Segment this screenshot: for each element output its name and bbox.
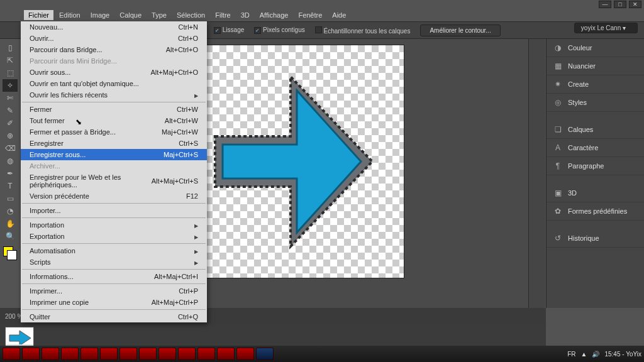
tool-12[interactable]: ▭ bbox=[3, 192, 18, 205]
panel-icon: ✷ bbox=[553, 79, 563, 89]
window-maximize[interactable]: □ bbox=[614, 1, 626, 8]
menu-affichage[interactable]: Affichage bbox=[255, 10, 293, 20]
menu-item-imprimer-une-copie[interactable]: Imprimer une copieAlt+Maj+Ctrl+P bbox=[21, 297, 207, 308]
menu-item-fermer[interactable]: FermerCtrl+W bbox=[21, 104, 207, 115]
tray-time[interactable]: 15:45 - YoYix bbox=[604, 351, 641, 358]
task-1[interactable] bbox=[22, 348, 40, 360]
menu-item-fermer-et-passer-bridge[interactable]: Fermer et passer à Bridge...Maj+Ctrl+W bbox=[21, 126, 207, 138]
right-panels: ◑Couleur▦Nuancier✷Create◎Styles❏CalquesA… bbox=[546, 39, 644, 308]
tool-6[interactable]: ✐ bbox=[3, 117, 18, 129]
menu-item-parcourir-dans-bridge[interactable]: Parcourir dans Bridge...Alt+Ctrl+O bbox=[21, 44, 207, 55]
menu-sélection[interactable]: Sélection bbox=[172, 10, 209, 20]
tool-13[interactable]: ◔ bbox=[3, 205, 18, 217]
task-photoshop[interactable] bbox=[256, 348, 274, 360]
menu-item-ouvrir[interactable]: Ouvrir...Ctrl+O bbox=[21, 33, 207, 44]
menu-item-ouvrir-en-tant-qu-objet-dynamique[interactable]: Ouvrir en tant qu'objet dynamique... bbox=[21, 78, 207, 89]
menu-item-ouvrir-les-fichiers-r-cents[interactable]: Ouvrir les fichiers récents bbox=[21, 89, 207, 101]
menu-item-version-pr-c-dente[interactable]: Version précédenteF12 bbox=[21, 190, 207, 202]
menu-item-enregistrer-sous[interactable]: Enregistrer sous...Maj+Ctrl+S bbox=[21, 149, 207, 160]
panel-caractère[interactable]: ACaractère bbox=[547, 139, 644, 157]
panel-paragraphe[interactable]: ¶Paragraphe bbox=[547, 157, 644, 175]
task-5[interactable] bbox=[100, 348, 118, 360]
tool-1[interactable]: ⇱ bbox=[3, 54, 18, 67]
panel-icon: A bbox=[553, 143, 563, 153]
panel-icon: ✿ bbox=[553, 206, 563, 216]
menu-calque[interactable]: Calque bbox=[115, 10, 146, 20]
menu-3d[interactable]: 3D bbox=[236, 10, 254, 20]
panel-nuancier[interactable]: ▦Nuancier bbox=[547, 57, 644, 75]
menu-item-scripts[interactable]: Scripts bbox=[21, 256, 207, 268]
menu-bar: FichierEditionImageCalqueTypeSélectionFi… bbox=[0, 9, 644, 21]
tool-5[interactable]: ✎ bbox=[3, 104, 18, 117]
menu-filtre[interactable]: Filtre bbox=[211, 10, 235, 20]
opt-echant[interactable]: Échantillonner tous les calques bbox=[315, 26, 411, 35]
tool-0[interactable]: ▯ bbox=[3, 41, 18, 54]
panel-create[interactable]: ✷Create bbox=[547, 75, 644, 94]
menu-fichier[interactable]: Fichier bbox=[24, 10, 53, 20]
opt-lissage[interactable]: ✓ Lissage bbox=[214, 26, 244, 34]
workspace-switcher[interactable]: yoyix Le Cann ▾ bbox=[574, 23, 638, 33]
panel-icon: ❏ bbox=[553, 124, 563, 134]
menu-item-enregistrer-pour-le-web-et-les-p-riph-riques[interactable]: Enregistrer pour le Web et les périphéri… bbox=[21, 172, 207, 190]
tray-lang[interactable]: FR bbox=[567, 351, 575, 358]
menu-type[interactable]: Type bbox=[147, 10, 171, 20]
panel-couleur[interactable]: ◑Couleur bbox=[547, 39, 644, 57]
tool-15[interactable]: 🔍 bbox=[3, 230, 18, 243]
menu-item-quitter[interactable]: QuitterCtrl+Q bbox=[21, 311, 207, 322]
menu-item-exportation[interactable]: Exportation bbox=[21, 231, 207, 242]
menu-item-archiver: Archiver... bbox=[21, 160, 207, 172]
tool-11[interactable]: T bbox=[3, 180, 18, 192]
tool-3[interactable]: ✧ bbox=[3, 79, 18, 92]
menu-item-tout-fermer[interactable]: Tout fermerAlt+Ctrl+W bbox=[21, 115, 207, 126]
window-minimize[interactable]: — bbox=[599, 1, 611, 8]
tool-2[interactable]: ⬚ bbox=[3, 67, 18, 79]
menu-item-nouveau[interactable]: Nouveau...Ctrl+N bbox=[21, 21, 207, 33]
tool-4[interactable]: ✄ bbox=[3, 92, 18, 104]
menu-item-importation[interactable]: Importation bbox=[21, 219, 207, 231]
tool-10[interactable]: ✒ bbox=[3, 167, 18, 180]
menu-fenêtre[interactable]: Fenêtre bbox=[294, 10, 326, 20]
menu-item-informations[interactable]: Informations...Alt+Maj+Ctrl+I bbox=[21, 271, 207, 282]
task-7[interactable] bbox=[139, 348, 157, 360]
tray-flag-icon[interactable]: ▲ bbox=[581, 351, 587, 358]
menu-item-enregistrer[interactable]: EnregistrerCtrl+S bbox=[21, 138, 207, 149]
panel-formes-prédéfinies[interactable]: ✿Formes prédéfinies bbox=[547, 202, 644, 221]
menu-aide[interactable]: Aide bbox=[328, 10, 350, 20]
menu-item-automatisation[interactable]: Automatisation bbox=[21, 245, 207, 256]
tool-8[interactable]: ⌫ bbox=[3, 142, 18, 155]
panel-icon: ◎ bbox=[553, 97, 563, 107]
panel-icon: ↺ bbox=[553, 233, 563, 243]
menu-item-parcourir-dans-mini-bridge: Parcourir dans Mini Bridge... bbox=[21, 55, 207, 67]
start-button[interactable] bbox=[3, 348, 20, 360]
task-9[interactable] bbox=[178, 348, 196, 360]
panel-historique[interactable]: ↺Historique bbox=[547, 229, 644, 248]
menu-item-imprimer[interactable]: Imprimer...Ctrl+P bbox=[21, 285, 207, 297]
opt-contigus[interactable]: ✓ Pixels contigus bbox=[254, 26, 304, 34]
window-close[interactable]: ✕ bbox=[629, 1, 641, 8]
panel-3d[interactable]: ▣3D bbox=[547, 184, 644, 202]
tray-volume-icon[interactable]: 🔊 bbox=[592, 351, 599, 358]
task-3[interactable] bbox=[61, 348, 79, 360]
menu-item-ouvrir-sous[interactable]: Ouvrir sous...Alt+Maj+Ctrl+O bbox=[21, 67, 207, 78]
panel-calques[interactable]: ❏Calques bbox=[547, 121, 644, 139]
color-swatches[interactable] bbox=[3, 246, 17, 260]
task-8[interactable] bbox=[158, 348, 176, 360]
panel-icon: ¶ bbox=[553, 161, 563, 171]
task-12[interactable] bbox=[236, 348, 254, 360]
file-menu-dropdown: Nouveau...Ctrl+NOuvrir...Ctrl+OParcourir… bbox=[21, 21, 207, 322]
tool-7[interactable]: ⊕ bbox=[3, 129, 18, 142]
menu-image[interactable]: Image bbox=[86, 10, 114, 20]
tool-9[interactable]: ◍ bbox=[3, 155, 18, 167]
menu-edition[interactable]: Edition bbox=[55, 10, 85, 20]
panel-styles[interactable]: ◎Styles bbox=[547, 94, 644, 112]
ameliorer-contour-button[interactable]: Améliorer le contour... bbox=[420, 25, 500, 36]
panel-icon: ▣ bbox=[553, 188, 563, 198]
tool-column: ▯⇱⬚✧✄✎✐⊕⌫◍✒T▭◔✋🔍 bbox=[0, 39, 20, 308]
menu-item-importer[interactable]: Importer... bbox=[21, 205, 207, 216]
tool-14[interactable]: ✋ bbox=[3, 217, 18, 230]
task-11[interactable] bbox=[217, 348, 235, 360]
task-10[interactable] bbox=[197, 348, 215, 360]
task-6[interactable] bbox=[119, 348, 137, 360]
task-4[interactable] bbox=[80, 348, 98, 360]
task-2[interactable] bbox=[42, 348, 59, 360]
